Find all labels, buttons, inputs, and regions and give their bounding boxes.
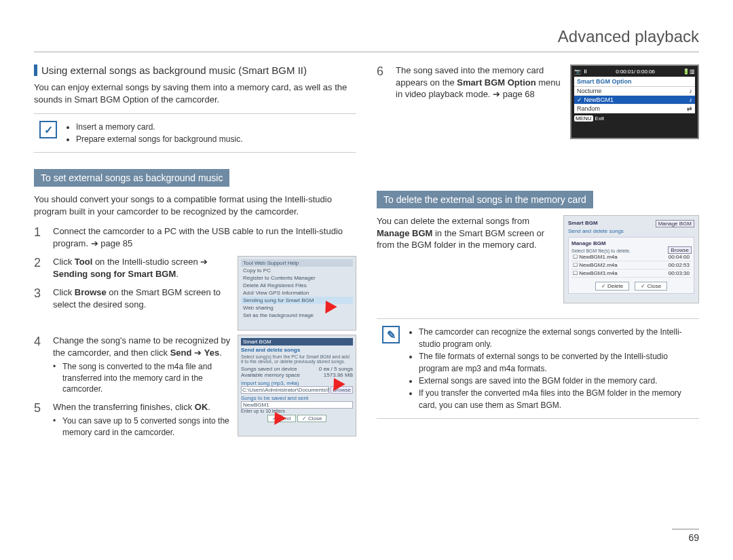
info-note: The camcorder can recognize the external… [419, 326, 694, 350]
rec-icon: 📷 ⏸ [574, 69, 588, 75]
info-note: If you transfer the converted m4a files … [419, 387, 694, 411]
tool-menu-screenshot: Tool Web Support Help Copy to PC Registe… [238, 256, 356, 331]
step-number: 3 [34, 286, 46, 310]
prep-note-box: Insert a memory card. Prepare external s… [34, 113, 356, 153]
step-number: 4 [34, 335, 46, 394]
battery-icon: 🔋▥ [683, 69, 695, 75]
lcd-option-selected: ✓ NewBGM1♪ [574, 96, 695, 105]
check-icon [39, 121, 57, 138]
sub-intro: You should convert your songs to a compa… [34, 193, 356, 217]
step-3: Click Browse on the Smart BGM screen to … [53, 286, 231, 310]
info-note: External songs are saved into the BGM fo… [419, 375, 694, 387]
step-number: 5 [34, 401, 46, 438]
step-number: 6 [377, 64, 389, 100]
note-icon [382, 326, 400, 343]
page-number: 69 [672, 529, 699, 543]
step-1: Connect the camcorder to a PC with the U… [53, 225, 356, 249]
right-column: 📷 ⏸ 0:00:01/ 0:00:06 🔋▥ Smart BGM Option… [377, 64, 699, 445]
step-number: 1 [34, 225, 46, 249]
info-note: The file formats of external songs to be… [419, 350, 694, 375]
lcd-exit: MENUExit [574, 115, 695, 122]
info-note-box: The camcorder can recognize the external… [377, 318, 699, 419]
camcorder-lcd: 📷 ⏸ 0:00:01/ 0:00:06 🔋▥ Smart BGM Option… [570, 64, 699, 139]
smart-bgm-dialog-screenshot: Smart BGM Send and delete songs Select s… [238, 335, 356, 436]
step-6: The song saved into the memory card appe… [396, 64, 565, 100]
step-4: Change the song's name to be recognized … [53, 335, 231, 394]
sub-header-delete: To delete the external songs in the memo… [377, 191, 593, 208]
lcd-option: Nocturne♪ [574, 87, 695, 96]
sub-header-set: To set external songs as background musi… [34, 169, 229, 187]
section-heading: Using external songs as background music… [34, 64, 356, 76]
prep-note: Insert a memory card. [76, 121, 242, 133]
intro-text: You can enjoy external songs by saving t… [34, 81, 356, 105]
step-2: Click Tool on the Intelli-studio screen … [53, 256, 231, 280]
prep-note: Prepare external songs for background mu… [76, 133, 242, 145]
step-number: 2 [34, 256, 46, 280]
lcd-option: Random⇄ [574, 105, 695, 113]
left-column: Using external songs as background music… [34, 64, 356, 445]
manage-bgm-screenshot: Smart BGM Send and delete songs Manage B… [563, 215, 699, 303]
lcd-time: 0:00:01/ 0:00:06 [616, 69, 655, 75]
lcd-title: Smart BGM Option [574, 77, 695, 87]
page-title: Advanced playback [34, 27, 699, 52]
step-5: When the transferring finishes, click OK… [53, 401, 231, 438]
